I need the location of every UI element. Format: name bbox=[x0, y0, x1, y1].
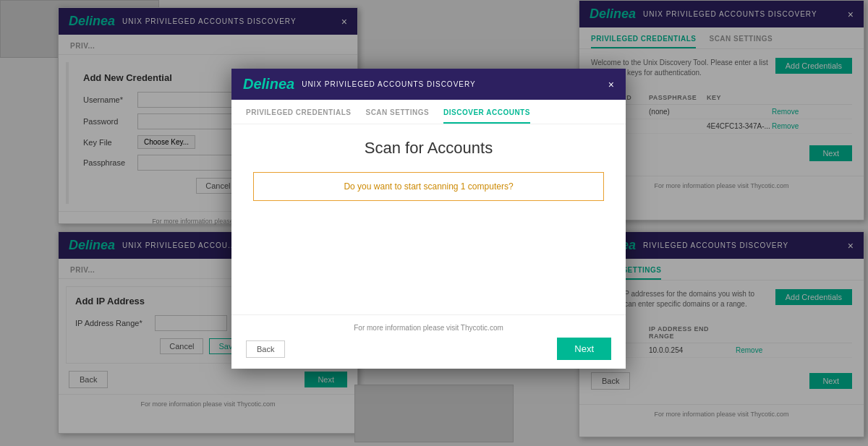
main-modal: Delinea UNIX PRIVILEGED ACCOUNTS DISCOVE… bbox=[231, 69, 626, 369]
modal-header: Delinea UNIX PRIVILEGED ACCOUNTS DISCOVE… bbox=[231, 69, 626, 100]
modal-footer-btns: Back Next bbox=[246, 338, 611, 360]
modal-footer: For more information please visit Thycot… bbox=[231, 314, 626, 369]
modal-tab-discover[interactable]: DISCOVER ACCOUNTS bbox=[443, 108, 530, 124]
modal-body: Scan for Accounts Do you want to start s… bbox=[231, 124, 626, 230]
modal-logo: Delinea bbox=[243, 76, 294, 93]
modal-logo-wrap: Delinea UNIX PRIVILEGED ACCOUNTS DISCOVE… bbox=[243, 76, 476, 93]
modal-close-btn[interactable]: × bbox=[608, 80, 614, 90]
modal-tab-priv[interactable]: PRIVILEGED CREDENTIALS bbox=[246, 108, 351, 124]
next-button-modal[interactable]: Next bbox=[557, 338, 611, 360]
modal-header-title: UNIX PRIVILEGED ACCOUNTS DISCOVERY bbox=[302, 80, 476, 88]
modal-tab-scan[interactable]: SCAN SETTINGS bbox=[365, 108, 429, 124]
modal-title: Scan for Accounts bbox=[253, 139, 604, 158]
modal-footer-text: For more information please visit Thycot… bbox=[246, 324, 611, 332]
scan-prompt-box: Do you want to start scanning 1 computer… bbox=[253, 172, 604, 201]
scan-prompt-text: Do you want to start scanning 1 computer… bbox=[344, 181, 513, 192]
modal-tabs: PRIVILEGED CREDENTIALS SCAN SETTINGS DIS… bbox=[231, 100, 626, 124]
back-button-modal[interactable]: Back bbox=[246, 340, 285, 358]
